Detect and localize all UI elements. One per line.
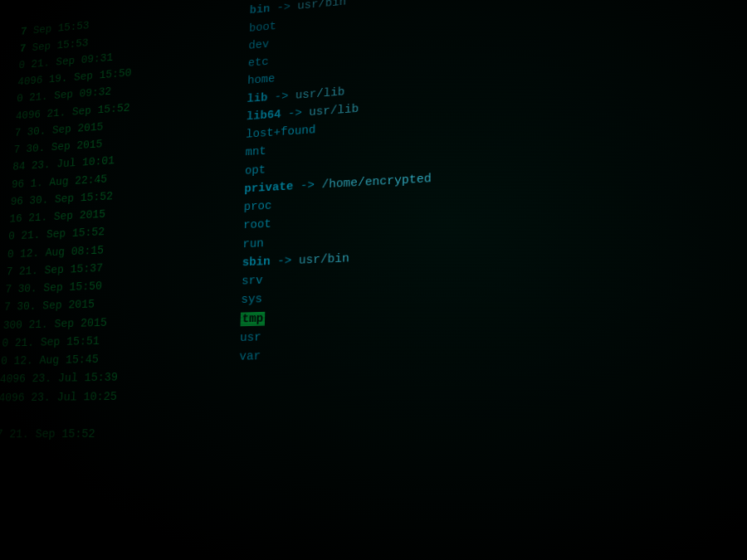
- arrow-icon: ->: [277, 254, 299, 269]
- arrow-icon: ->: [276, 0, 297, 15]
- terminal-window: 7 Sep 15:53 7 Sep 15:53 0 21. Sep 09:31 …: [0, 0, 747, 560]
- dir-name: private: [244, 180, 293, 196]
- dir-name: lib: [247, 91, 267, 106]
- arrow-icon: ->: [300, 178, 322, 193]
- terminal-content: 7 Sep 15:53 7 Sep 15:53 0 21. Sep 09:31 …: [14, 0, 747, 560]
- dir-name: sbin: [242, 255, 271, 270]
- dir-name: lib64: [247, 108, 281, 124]
- left-line: 4096 23. Jul 10:25: [0, 386, 231, 407]
- link-target: usr/lib: [309, 102, 359, 119]
- screen: 7 Sep 15:53 7 Sep 15:53 0 21. Sep 09:31 …: [0, 0, 747, 560]
- left-line: 7 21. Sep 15:52: [0, 424, 230, 444]
- right-column: .. bin -> usr/bin boot dev etc home lib …: [227, 0, 729, 560]
- arrow-icon: ->: [288, 106, 310, 121]
- arrow-icon: ->: [275, 89, 296, 104]
- link-target: usr/bin: [299, 251, 349, 267]
- link-target: usr/lib: [295, 85, 345, 102]
- left-column: 7 Sep 15:53 7 Sep 15:53 0 21. Sep 09:31 …: [0, 0, 247, 560]
- left-line: [0, 405, 230, 426]
- dir-name: bin: [249, 2, 270, 17]
- dir-name-highlighted: tmp: [241, 311, 266, 325]
